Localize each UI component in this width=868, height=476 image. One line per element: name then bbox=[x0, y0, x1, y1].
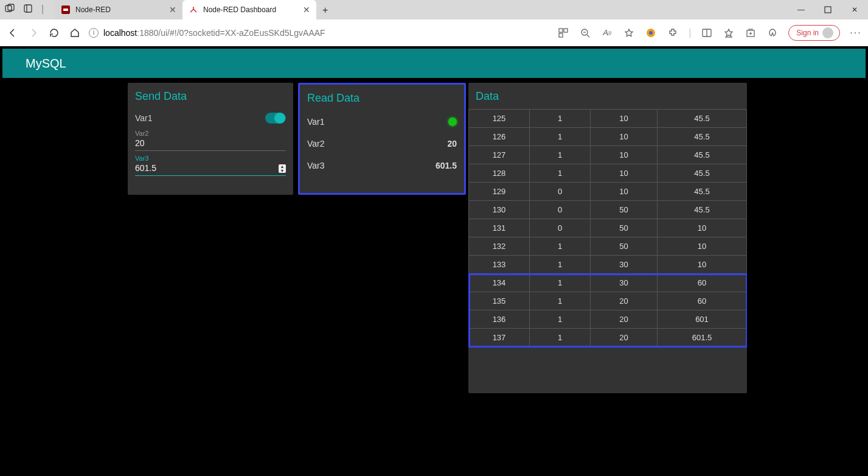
svg-rect-2 bbox=[24, 5, 32, 12]
table-cell: 601 bbox=[658, 310, 747, 329]
extensions-icon[interactable] bbox=[667, 27, 679, 39]
read-var2-label: Var2 bbox=[307, 139, 325, 149]
favorites-bar-icon[interactable] bbox=[723, 27, 735, 39]
table-row: 136120601 bbox=[469, 310, 747, 329]
table-cell: 130 bbox=[469, 201, 530, 219]
table-cell: 1 bbox=[530, 237, 591, 256]
workspaces-icon[interactable] bbox=[5, 4, 15, 15]
sidebar-icon[interactable] bbox=[701, 27, 713, 39]
table-cell: 45.5 bbox=[658, 146, 747, 164]
table-row: 13512060 bbox=[469, 292, 747, 310]
data-table: 12511045.512611045.512711045.512811045.5… bbox=[468, 109, 747, 347]
tab-node-red-dashboard[interactable]: Node-RED Dashboard ✕ bbox=[182, 0, 316, 19]
table-row: 13313010 bbox=[469, 256, 747, 274]
table-row: 13215010 bbox=[469, 237, 747, 256]
tab-node-red[interactable]: Node-RED ✕ bbox=[55, 0, 182, 19]
address-bar: i localhost:1880/ui/#!/0?socketid=XX-aZo… bbox=[0, 19, 868, 46]
table-cell: 45.5 bbox=[658, 183, 747, 201]
collections-icon[interactable] bbox=[745, 27, 757, 39]
favorite-icon[interactable] bbox=[623, 27, 635, 39]
svg-rect-5 bbox=[63, 9, 68, 11]
performance-icon[interactable] bbox=[766, 27, 779, 39]
table-row: 137120601.5 bbox=[469, 329, 747, 347]
data-table-scroll[interactable]: 12511045.512611045.512711045.512811045.5… bbox=[468, 109, 747, 393]
svg-line-12 bbox=[587, 35, 589, 37]
table-cell: 60 bbox=[658, 274, 747, 292]
table-row: 12511045.5 bbox=[469, 110, 747, 128]
home-button[interactable] bbox=[68, 26, 82, 40]
table-cell: 128 bbox=[469, 164, 530, 183]
maximize-button[interactable] bbox=[814, 0, 841, 19]
table-row: 12611045.5 bbox=[469, 128, 747, 146]
sign-in-button[interactable]: Sign in bbox=[788, 25, 840, 41]
table-row: 13413060 bbox=[469, 274, 747, 292]
table-cell: 0 bbox=[530, 201, 591, 219]
dashboard-header: MySQL bbox=[2, 49, 866, 78]
table-cell: 10 bbox=[591, 164, 658, 183]
table-row: 12901045.5 bbox=[469, 183, 747, 201]
table-cell: 131 bbox=[469, 219, 530, 237]
table-cell: 50 bbox=[591, 219, 658, 237]
read-data-card: Read Data Var1 Var2 20 Var3 601.5 bbox=[298, 83, 466, 195]
table-cell: 10 bbox=[658, 256, 747, 274]
svg-rect-7 bbox=[825, 7, 831, 13]
zoom-icon[interactable] bbox=[579, 27, 591, 39]
table-cell: 10 bbox=[591, 183, 658, 201]
var3-input[interactable] bbox=[135, 162, 279, 175]
table-cell: 10 bbox=[591, 128, 658, 146]
table-cell: 10 bbox=[658, 237, 747, 256]
var1-label: Var1 bbox=[135, 113, 153, 123]
tab-actions-icon[interactable] bbox=[23, 4, 33, 15]
table-cell: 1 bbox=[530, 128, 591, 146]
table-cell: 126 bbox=[469, 128, 530, 146]
table-cell: 60 bbox=[658, 292, 747, 310]
app-icon[interactable] bbox=[557, 27, 569, 39]
table-cell: 50 bbox=[591, 237, 658, 256]
table-cell: 30 bbox=[591, 274, 658, 292]
table-cell: 137 bbox=[469, 329, 530, 347]
table-cell: 20 bbox=[591, 310, 658, 329]
page-title: MySQL bbox=[26, 57, 66, 71]
svg-rect-8 bbox=[559, 29, 563, 32]
close-icon[interactable]: ✕ bbox=[303, 5, 310, 15]
close-window-button[interactable]: ✕ bbox=[841, 0, 868, 19]
read-var3-label: Var3 bbox=[307, 161, 325, 170]
site-info-icon[interactable]: i bbox=[89, 28, 99, 38]
table-cell: 135 bbox=[469, 292, 530, 310]
browser-tabstrip: | Node-RED ✕ Node-RED Dashboard ✕ + — ✕ bbox=[0, 0, 868, 19]
forward-button bbox=[27, 26, 40, 40]
var3-label: Var3 bbox=[135, 155, 286, 162]
svg-rect-9 bbox=[564, 29, 568, 32]
table-cell: 0 bbox=[530, 219, 591, 237]
table-cell: 125 bbox=[469, 110, 530, 128]
var1-led-icon bbox=[448, 117, 457, 126]
minimize-button[interactable]: — bbox=[788, 0, 814, 19]
dashboard-favicon-icon bbox=[189, 5, 198, 15]
var3-stepper[interactable]: ▲▼ bbox=[279, 164, 286, 173]
table-cell: 1 bbox=[530, 292, 591, 310]
table-cell: 45.5 bbox=[658, 201, 747, 219]
window-controls: — ✕ bbox=[788, 0, 868, 19]
var2-input[interactable] bbox=[135, 137, 286, 151]
read-var3-value: 601.5 bbox=[436, 161, 457, 170]
read-aloud-icon[interactable]: A)) bbox=[601, 27, 613, 39]
table-cell: 134 bbox=[469, 274, 530, 292]
table-row: 12711045.5 bbox=[469, 146, 747, 164]
table-cell: 1 bbox=[530, 310, 591, 329]
card-title: Send Data bbox=[128, 83, 293, 109]
more-icon[interactable]: ··· bbox=[850, 27, 862, 39]
refresh-button[interactable] bbox=[47, 26, 61, 40]
table-row: 12811045.5 bbox=[469, 164, 747, 183]
extension-color-icon[interactable] bbox=[645, 27, 657, 39]
table-cell: 1 bbox=[530, 274, 591, 292]
node-red-favicon-icon bbox=[61, 5, 71, 15]
table-cell: 10 bbox=[591, 146, 658, 164]
url-input[interactable]: i localhost:1880/ui/#!/0?socketid=XX-aZo… bbox=[89, 28, 527, 38]
avatar-icon bbox=[822, 27, 833, 38]
close-icon[interactable]: ✕ bbox=[169, 5, 176, 15]
table-cell: 30 bbox=[591, 256, 658, 274]
back-button[interactable] bbox=[6, 26, 19, 40]
svg-rect-10 bbox=[559, 33, 563, 37]
var1-toggle[interactable] bbox=[265, 113, 286, 124]
new-tab-button[interactable]: + bbox=[316, 1, 334, 19]
